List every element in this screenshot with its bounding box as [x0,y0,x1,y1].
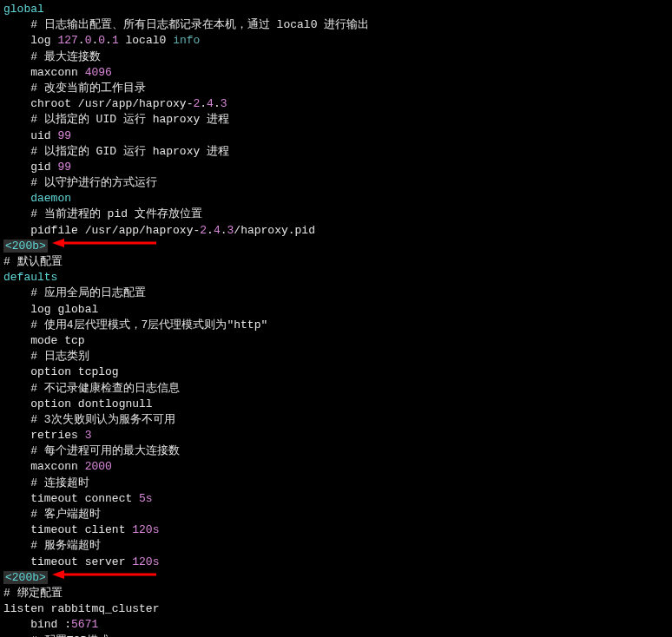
code-line: bind :5671 [3,617,669,633]
code-line: retries 3 [3,428,669,443]
code-line: # 每个进程可用的最大连接数 [3,443,669,459]
code-line: # 绑定配置 [3,586,669,601]
code-line: uid 99 [3,128,669,144]
code-line: # 不记录健康检查的日志信息 [3,381,669,397]
code-line: option tcplog [3,364,669,380]
code-line: # 最大连接数 [3,49,669,65]
code-line: # 配置TCP模式 [3,634,669,638]
code-line: global [3,2,669,17]
code-line: gid 99 [3,160,669,175]
code-line: # 以守护进行的方式运行 [3,175,669,191]
code-line: <200b> [3,239,669,254]
code-line: maxconn 2000 [3,459,669,475]
code-line: listen rabbitmq_cluster [3,601,669,617]
code-line: # 改变当前的工作目录 [3,81,669,96]
zero-width-space-marker: <200b> [3,571,48,584]
code-line: # 连接超时 [3,476,669,491]
code-line: # 3次失败则认为服务不可用 [3,412,669,428]
code-line: log global [3,302,669,318]
code-line: timeout connect 5s [3,491,669,507]
code-line: daemon [3,191,669,207]
code-line: # 应用全局的日志配置 [3,286,669,301]
code-line: mode tcp [3,333,669,349]
code-line: <200b> [3,570,669,586]
code-editor-content: global # 日志输出配置、所有日志都记录在本机，通过 local0 进行输… [3,2,669,637]
code-line: option dontlognull [3,397,669,412]
code-line: maxconn 4096 [3,65,669,81]
code-line: # 当前进程的 pid 文件存放位置 [3,207,669,222]
code-line: # 服务端超时 [3,538,669,554]
code-line: timeout server 120s [3,555,669,570]
zero-width-space-marker: <200b> [3,240,48,253]
code-line: # 使用4层代理模式，7层代理模式则为"http" [3,318,669,333]
code-line: log 127.0.0.1 local0 info [3,33,669,49]
code-line: # 默认配置 [3,254,669,270]
code-line: # 客户端超时 [3,507,669,522]
code-line: # 日志类别 [3,349,669,364]
code-line: pidfile /usr/app/haproxy-2.4.3/haproxy.p… [3,223,669,239]
code-line: # 以指定的 GID 运行 haproxy 进程 [3,144,669,160]
code-line: # 以指定的 UID 运行 haproxy 进程 [3,112,669,128]
code-line: timeout client 120s [3,522,669,538]
code-line: chroot /usr/app/haproxy-2.4.3 [3,96,669,112]
code-line: # 日志输出配置、所有日志都记录在本机，通过 local0 进行输出 [3,17,669,33]
code-line: defaults [3,270,669,286]
